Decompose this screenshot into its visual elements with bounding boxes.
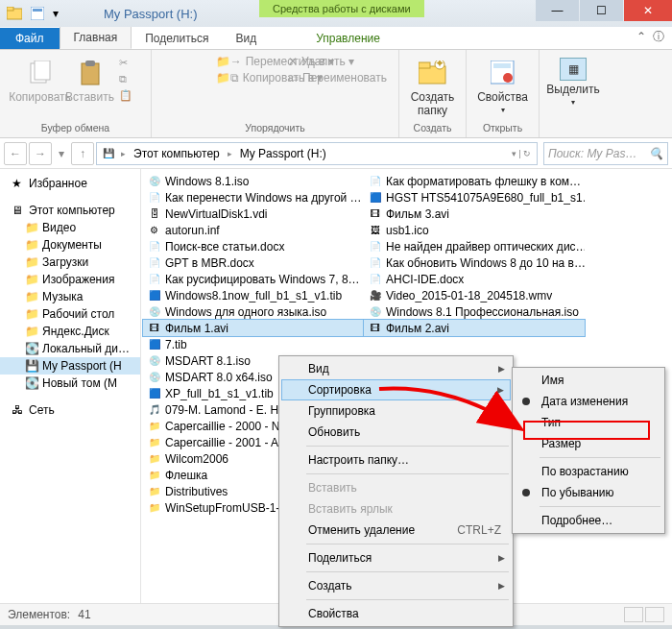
- icons-view-button[interactable]: [645, 607, 664, 622]
- crumb-root[interactable]: Этот компьютер: [132, 147, 222, 160]
- file-item[interactable]: 🗄NewVirtualDisk1.vdi: [143, 206, 364, 222]
- properties-button[interactable]: Свойства▾: [480, 54, 526, 114]
- minimize-button[interactable]: —: [536, 0, 579, 21]
- rename-button[interactable]: ▭Переименовать: [286, 70, 389, 85]
- file-item[interactable]: 📄Как русифицировать Windows 7, 8…: [143, 271, 364, 287]
- file-item[interactable]: 🖼usb1.ico: [364, 222, 585, 238]
- menu-item[interactable]: По возрастанию: [515, 461, 662, 482]
- file-icon: 🎞: [368, 206, 382, 221]
- back-button[interactable]: ←: [4, 142, 27, 165]
- file-item[interactable]: 🎥Video_2015-01-18_204518.wmv: [364, 287, 585, 303]
- tree-music[interactable]: 📁Музыка: [0, 288, 140, 305]
- tab-main[interactable]: Главная: [60, 26, 132, 49]
- tree-yadisk[interactable]: 📁Яндекс.Диск: [0, 323, 140, 340]
- file-item[interactable]: 🟦HGST HTS541075A9E680_full_b1_s1…: [364, 189, 585, 206]
- tree-passport[interactable]: 💾My Passport (H: [0, 357, 140, 375]
- tab-share[interactable]: Поделиться: [132, 28, 222, 49]
- file-item[interactable]: 📄Не найден драйвер оптических дис…: [364, 238, 585, 254]
- menu-item[interactable]: Группировка▶: [281, 400, 511, 422]
- breadcrumb[interactable]: 💾 ▸ Этот компьютер ▸ My Passport (H:) ▾ …: [96, 142, 538, 165]
- file-name: Windows 8.1 Профессиональная.iso: [386, 305, 579, 319]
- file-item[interactable]: 💿Windows 8.1 Профессиональная.iso: [364, 303, 585, 320]
- crumb-location[interactable]: My Passport (H:): [238, 147, 328, 160]
- navigation-tree[interactable]: ★Избранное 🖥Этот компьютер 📁Видео 📁Докум…: [0, 169, 141, 603]
- menu-item: Вставить: [281, 477, 511, 498]
- sort-submenu[interactable]: ИмяДата измененияТипРазмерПо возрастанию…: [512, 367, 665, 534]
- select-button[interactable]: ▦Выделить▾: [550, 54, 596, 107]
- menu-item[interactable]: Подробнее…: [515, 510, 662, 531]
- tree-desktop[interactable]: 📁Рабочий стол: [0, 305, 140, 323]
- up-button[interactable]: ↑: [71, 142, 94, 165]
- qat-dropdown-icon[interactable]: ▾: [50, 4, 61, 23]
- close-button[interactable]: ✕: [624, 0, 672, 21]
- search-input[interactable]: Поиск: My Pas… 🔍: [543, 142, 668, 165]
- qat-properties-icon[interactable]: [27, 4, 48, 23]
- file-item[interactable]: 💿Windows 8.1.iso: [143, 173, 364, 189]
- tree-video[interactable]: 📁Видео: [0, 219, 140, 236]
- file-icon: 📄: [147, 272, 161, 286]
- file-item[interactable]: 📄Как форматировать флешку в ком…: [364, 173, 585, 189]
- menu-item-label: Сортировка: [308, 383, 372, 397]
- file-item[interactable]: 📄Поиск-все статьи.docx: [143, 238, 364, 254]
- tree-favorites[interactable]: ★Избранное: [0, 175, 140, 192]
- file-name: WinSetupFromUSB-1-…: [165, 501, 291, 515]
- menu-item[interactable]: Свойства: [281, 603, 511, 624]
- file-name: Wilcom2006: [165, 452, 228, 466]
- file-item[interactable]: 📄Как обновить Windows 8 до 10 на в…: [364, 254, 585, 271]
- menu-item[interactable]: Вид▶: [281, 358, 511, 379]
- file-item[interactable]: ⚙autorun.inf: [143, 222, 364, 238]
- menu-item[interactable]: Размер: [515, 433, 662, 454]
- context-menu[interactable]: Вид▶Сортировка▶Группировка▶ОбновитьНастр…: [278, 355, 514, 627]
- new-folder-button[interactable]: ✦Создать папку: [410, 54, 456, 117]
- file-item[interactable]: 🎞Фильм 1.avi: [143, 320, 364, 336]
- file-name: Фильм 2.avi: [386, 322, 449, 335]
- tree-downloads[interactable]: 📁Загрузки: [0, 254, 140, 271]
- copy-button[interactable]: Копировать: [17, 54, 63, 104]
- refresh-icon[interactable]: ▾ | ↻: [510, 149, 533, 158]
- menu-item[interactable]: Настроить папку…: [281, 449, 511, 471]
- ribbon-toggle-icon[interactable]: ⌃ ⓘ: [629, 25, 672, 49]
- file-icon: 💿: [147, 370, 161, 384]
- tree-newvol[interactable]: 💽Новый том (М: [0, 375, 140, 392]
- tree-network[interactable]: 🖧Сеть: [0, 401, 140, 419]
- menu-item[interactable]: Дата изменения: [515, 391, 662, 412]
- file-item[interactable]: 🎞Фильм 2.avi: [364, 320, 585, 336]
- file-item[interactable]: 📄GPT в MBR.docx: [143, 254, 364, 271]
- tree-this-pc[interactable]: 🖥Этот компьютер: [0, 202, 140, 219]
- menu-item-label: Создать: [308, 579, 352, 593]
- history-dropdown[interactable]: ▾: [54, 142, 69, 165]
- file-icon: 📁: [147, 451, 161, 466]
- menu-item[interactable]: Создать▶: [281, 575, 511, 596]
- details-view-button[interactable]: [624, 607, 643, 622]
- menu-item[interactable]: Тип: [515, 412, 662, 433]
- paste-shortcut-icon[interactable]: 📋: [117, 88, 134, 103]
- menu-item[interactable]: Поделиться▶: [281, 547, 511, 569]
- file-item[interactable]: 🟦7.tib: [143, 336, 364, 352]
- menu-item-label: Вставить: [308, 481, 357, 495]
- file-item[interactable]: 💿Windows для одного языка.iso: [143, 303, 364, 320]
- contextual-tab-label[interactable]: Средства работы с дисками: [259, 0, 424, 17]
- delete-button[interactable]: ✕Удалить ▾: [286, 54, 389, 69]
- menu-item[interactable]: Обновить: [281, 422, 511, 443]
- qat-explorer-icon[interactable]: [4, 4, 25, 23]
- maximize-button[interactable]: ☐: [580, 0, 623, 21]
- tab-manage[interactable]: Управление: [302, 28, 394, 49]
- menu-item[interactable]: Отменить удалениеCTRL+Z: [281, 520, 511, 541]
- cut-icon[interactable]: ✂: [117, 56, 134, 70]
- tree-localdisk[interactable]: 💽Локальный ди…: [0, 340, 140, 357]
- menu-item-label: Отменить удаление: [308, 523, 415, 537]
- file-item[interactable]: 🎞Фильм 3.avi: [364, 206, 585, 222]
- forward-button[interactable]: →: [29, 142, 52, 165]
- tree-documents[interactable]: 📁Документы: [0, 236, 140, 254]
- menu-item[interactable]: Имя: [515, 370, 662, 391]
- tab-view[interactable]: Вид: [222, 28, 270, 49]
- paste-button[interactable]: Вставить: [67, 54, 113, 104]
- tree-images[interactable]: 📁Изображения: [0, 271, 140, 288]
- tab-file[interactable]: Файл: [0, 28, 60, 49]
- menu-item[interactable]: Сортировка▶: [281, 379, 511, 400]
- copy-path-icon[interactable]: ⧉: [117, 72, 134, 86]
- file-item[interactable]: 🟦Windows8.1now_full_b1_s1_v1.tib: [143, 287, 364, 303]
- menu-item[interactable]: По убыванию: [515, 482, 662, 503]
- file-item[interactable]: 📄Как перенести Windows на другой …: [143, 189, 364, 206]
- file-item[interactable]: 📄AHCI-IDE.docx: [364, 271, 585, 287]
